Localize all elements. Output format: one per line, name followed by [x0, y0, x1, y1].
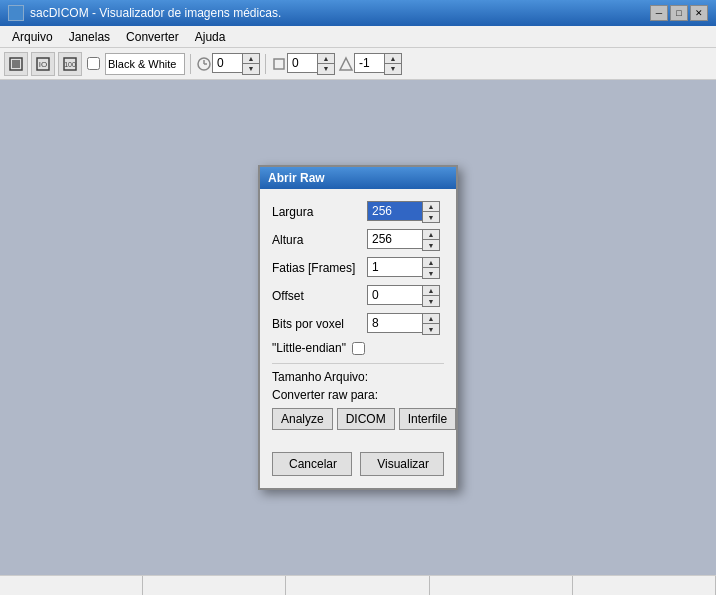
dialog-body: Largura ▲ ▼ Altura ▲ — [260, 189, 456, 448]
arrows-offset: ▲ ▼ — [422, 285, 440, 307]
form-row-fatias: Fatias [Frames] ▲ ▼ — [272, 257, 444, 279]
arrow-bits-down[interactable]: ▼ — [423, 324, 439, 334]
input-offset[interactable] — [367, 285, 422, 305]
dialog-overlay: Abrir Raw Largura ▲ ▼ Altura — [0, 80, 716, 575]
input-fatias[interactable] — [367, 257, 422, 277]
svg-text:100: 100 — [64, 61, 76, 68]
toolbar-btn-1[interactable] — [4, 52, 28, 76]
spin1-icon — [196, 56, 212, 72]
arrow-fatias-up[interactable]: ▲ — [423, 258, 439, 268]
form-row-offset: Offset ▲ ▼ — [272, 285, 444, 307]
file-size-label: Tamanho Arquivo: — [272, 370, 444, 384]
toolbar-btn-2[interactable]: IO — [31, 52, 55, 76]
text-input[interactable] — [105, 53, 185, 75]
spinbox-altura: ▲ ▼ — [367, 229, 440, 251]
menu-bar: Arquivo Janelas Converter Ajuda — [0, 26, 716, 48]
arrows-bits: ▲ ▼ — [422, 313, 440, 335]
label-offset: Offset — [272, 289, 367, 303]
spin3-icon — [338, 56, 354, 72]
status-pane-4 — [430, 576, 573, 595]
spinbox-3-up[interactable]: ▲ — [385, 54, 401, 64]
svg-text:IO: IO — [39, 60, 47, 69]
label-largura: Largura — [272, 205, 367, 219]
status-bar — [0, 575, 716, 595]
form-row-altura: Altura ▲ ▼ — [272, 229, 444, 251]
spinbox-1-arrows: ▲ ▼ — [242, 53, 260, 75]
svg-marker-10 — [340, 58, 352, 70]
spinbox-1: ▲ ▼ — [212, 53, 260, 75]
menu-ajuda[interactable]: Ajuda — [187, 28, 234, 46]
arrow-offset-down[interactable]: ▼ — [423, 296, 439, 306]
form-row-bits: Bits por voxel ▲ ▼ — [272, 313, 444, 335]
arrow-fatias-down[interactable]: ▼ — [423, 268, 439, 278]
status-pane-2 — [143, 576, 286, 595]
svg-rect-1 — [12, 60, 20, 68]
spinbox-2-input[interactable] — [287, 53, 317, 73]
dialog-title: Abrir Raw — [260, 167, 456, 189]
spinbox-bits: ▲ ▼ — [367, 313, 440, 335]
spinbox-2-wrapper: ▲ ▼ — [271, 53, 335, 75]
separator-2 — [265, 54, 266, 74]
main-area: Abrir Raw Largura ▲ ▼ Altura — [0, 80, 716, 575]
spinbox-fatias: ▲ ▼ — [367, 257, 440, 279]
status-pane-5 — [573, 576, 716, 595]
toolbar: IO 100 ▲ ▼ ▲ ▼ — [0, 48, 716, 80]
arrow-largura-up[interactable]: ▲ — [423, 202, 439, 212]
svg-rect-9 — [274, 59, 284, 69]
arrow-bits-up[interactable]: ▲ — [423, 314, 439, 324]
dialog-abrir-raw: Abrir Raw Largura ▲ ▼ Altura — [258, 165, 458, 490]
label-altura: Altura — [272, 233, 367, 247]
menu-janelas[interactable]: Janelas — [61, 28, 118, 46]
spinbox-1-down[interactable]: ▼ — [243, 64, 259, 74]
menu-converter[interactable]: Converter — [118, 28, 187, 46]
arrow-offset-up[interactable]: ▲ — [423, 286, 439, 296]
btn-dicom[interactable]: DICOM — [337, 408, 395, 430]
spinbox-3: ▲ ▼ — [354, 53, 402, 75]
converter-buttons: Analyze DICOM Interfile — [272, 408, 444, 430]
toolbar-checkbox[interactable] — [87, 57, 100, 70]
spinbox-offset: ▲ ▼ — [367, 285, 440, 307]
minimize-button[interactable]: ─ — [650, 5, 668, 21]
spinbox-2-down[interactable]: ▼ — [318, 64, 334, 74]
arrow-altura-down[interactable]: ▼ — [423, 240, 439, 250]
spinbox-3-down[interactable]: ▼ — [385, 64, 401, 74]
close-button[interactable]: ✕ — [690, 5, 708, 21]
spinbox-largura: ▲ ▼ — [367, 201, 440, 223]
spinbox-2: ▲ ▼ — [287, 53, 335, 75]
btn-analyze[interactable]: Analyze — [272, 408, 333, 430]
window-controls: ─ □ ✕ — [650, 5, 708, 21]
btn-interfile[interactable]: Interfile — [399, 408, 456, 430]
spinbox-1-wrapper: ▲ ▼ — [196, 53, 260, 75]
input-bits[interactable] — [367, 313, 422, 333]
spinbox-3-input[interactable] — [354, 53, 384, 73]
arrow-altura-up[interactable]: ▲ — [423, 230, 439, 240]
spinbox-1-input[interactable] — [212, 53, 242, 73]
btn-cancelar[interactable]: Cancelar — [272, 452, 352, 476]
spin2-icon — [271, 56, 287, 72]
spinbox-2-up[interactable]: ▲ — [318, 54, 334, 64]
dialog-footer: Cancelar Visualizar — [260, 448, 456, 488]
spinbox-1-up[interactable]: ▲ — [243, 54, 259, 64]
btn-visualizar[interactable]: Visualizar — [360, 452, 444, 476]
arrows-fatias: ▲ ▼ — [422, 257, 440, 279]
arrows-altura: ▲ ▼ — [422, 229, 440, 251]
arrows-largura: ▲ ▼ — [422, 201, 440, 223]
maximize-button[interactable]: □ — [670, 5, 688, 21]
label-fatias: Fatias [Frames] — [272, 261, 367, 275]
title-bar: sacDICOM - Visualizador de imagens médic… — [0, 0, 716, 26]
label-bits: Bits por voxel — [272, 317, 367, 331]
divider-1 — [272, 363, 444, 364]
label-little-endian: "Little-endian" — [272, 341, 346, 355]
input-altura[interactable] — [367, 229, 422, 249]
checkbox-little-endian[interactable] — [352, 342, 365, 355]
arrow-largura-down[interactable]: ▼ — [423, 212, 439, 222]
form-row-largura: Largura ▲ ▼ — [272, 201, 444, 223]
menu-arquivo[interactable]: Arquivo — [4, 28, 61, 46]
status-pane-1 — [0, 576, 143, 595]
spinbox-3-wrapper: ▲ ▼ — [338, 53, 402, 75]
spinbox-2-arrows: ▲ ▼ — [317, 53, 335, 75]
toolbar-btn-3[interactable]: 100 — [58, 52, 82, 76]
checkbox-row-little-endian: "Little-endian" — [272, 341, 444, 355]
converter-label: Converter raw para: — [272, 388, 444, 402]
input-largura[interactable] — [367, 201, 422, 221]
